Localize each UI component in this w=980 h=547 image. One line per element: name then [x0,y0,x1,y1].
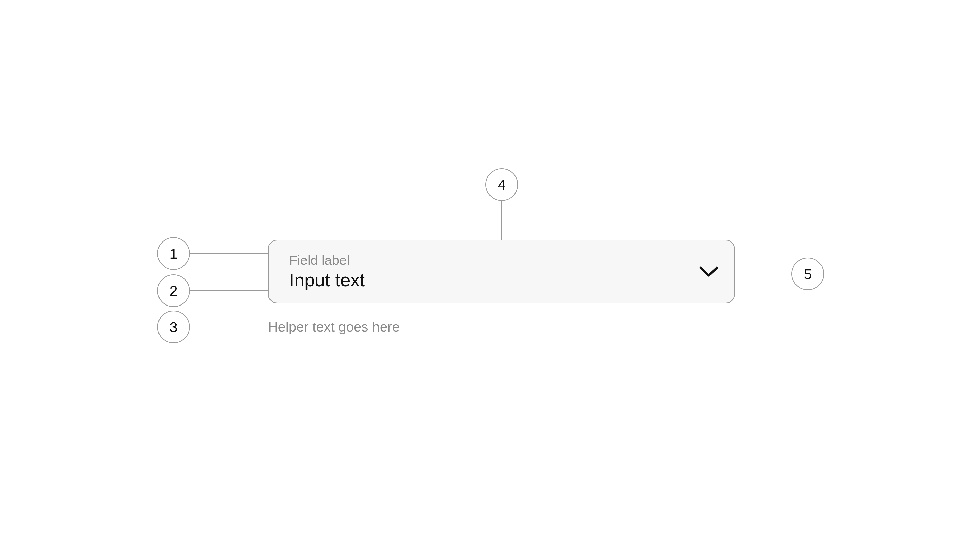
annotation-number-1: 1 [169,245,177,262]
annotation-circle-4: 4 [485,168,518,201]
annotation-leader-3 [190,327,266,327]
annotation-circle-2: 2 [157,274,190,307]
input-text: Input text [289,269,365,291]
diagram-canvas: 4 1 2 3 5 Field label Input text Helper … [0,0,980,547]
annotation-leader-1 [190,253,268,254]
dropdown-text-column: Field label Input text [289,252,365,291]
annotation-circle-5: 5 [791,258,824,290]
annotation-leader-2 [190,290,268,291]
chevron-down-icon[interactable] [698,265,719,278]
field-label: Field label [289,252,365,268]
annotation-number-5: 5 [803,266,811,282]
helper-text: Helper text goes here [268,319,400,335]
annotation-number-4: 4 [498,176,506,193]
annotation-number-2: 2 [169,282,177,299]
annotation-leader-4 [501,201,502,240]
annotation-number-3: 3 [169,319,177,335]
annotation-circle-1: 1 [157,237,190,270]
annotation-circle-3: 3 [157,311,190,343]
dropdown-field[interactable]: Field label Input text [268,240,735,303]
